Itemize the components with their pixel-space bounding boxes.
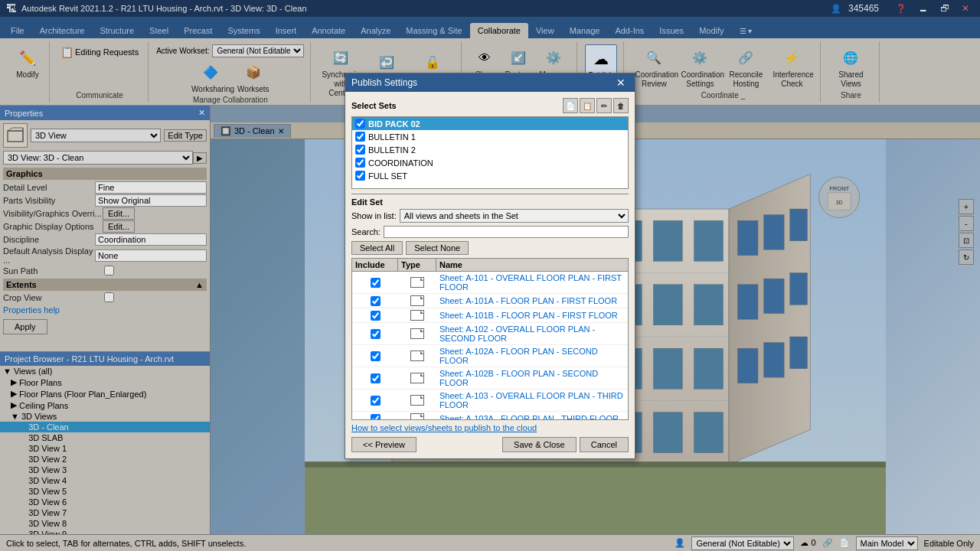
select-buttons: Select All Select None <box>351 241 629 255</box>
sheet-icon-1 <box>410 295 424 306</box>
select-none-button[interactable]: Select None <box>406 241 469 255</box>
sheet-checkbox-2[interactable] <box>371 311 381 321</box>
dialog-titlebar: Publish Settings ✕ <box>345 73 635 92</box>
dialog-title: Publish Settings <box>351 77 417 88</box>
sheet-checkbox-1[interactable] <box>371 296 381 306</box>
divider1 <box>351 194 629 194</box>
cancel-button[interactable]: Cancel <box>580 437 629 452</box>
sheet-icon-3 <box>410 328 424 339</box>
sheet-row-7: Sheet: A-103A - FLOOR PLAN - THIRD FLOOR <box>352 412 628 420</box>
search-input[interactable] <box>384 226 629 238</box>
sheet-icon-4 <box>410 350 424 361</box>
set-bid-pack-checkbox[interactable] <box>355 119 365 129</box>
rename-set-button[interactable]: ✏ <box>596 98 612 113</box>
sheet-row-5: Sheet: A-102B - FLOOR PLAN - SECOND FLOO… <box>352 367 628 390</box>
edit-set-label: Edit Set <box>351 197 629 207</box>
sheet-include-6[interactable] <box>352 394 398 407</box>
sheet-type-4 <box>398 349 436 363</box>
sheet-include-7[interactable] <box>352 412 398 421</box>
search-label: Search: <box>351 227 381 236</box>
sheet-row-1: Sheet: A-101A - FLOOR PLAN - FIRST FLOOR <box>352 294 628 308</box>
type-header: Type <box>398 259 436 271</box>
dialog-body: Select Sets 📄 📋 ✏ 🗑 BID PACK 02 BULLETIN… <box>345 92 635 458</box>
set-bulletin2-checkbox[interactable] <box>355 145 365 155</box>
sheets-header: Include Type Name <box>351 258 629 271</box>
sheet-icon-0 <box>410 277 424 288</box>
sheets-list[interactable]: Sheet: A-101 - OVERALL FLOOR PLAN - FIRS… <box>351 271 629 420</box>
sheet-include-0[interactable] <box>352 276 398 289</box>
sheet-checkbox-0[interactable] <box>371 278 381 288</box>
set-full-set-checkbox[interactable] <box>355 171 365 181</box>
delete-set-button[interactable]: 🗑 <box>613 98 629 113</box>
set-bulletin1-checkbox[interactable] <box>355 132 365 142</box>
sheet-name-0[interactable]: Sheet: A-101 - OVERALL FLOOR PLAN - FIRS… <box>436 272 628 293</box>
sheet-name-7[interactable]: Sheet: A-103A - FLOOR PLAN - THIRD FLOOR <box>436 412 628 420</box>
sheet-row-6: Sheet: A-103 - OVERALL FLOOR PLAN - THIR… <box>352 390 628 412</box>
sheet-name-3[interactable]: Sheet: A-102 - OVERALL FLOOR PLAN - SECO… <box>436 323 628 344</box>
set-full-set[interactable]: FULL SET <box>352 169 628 182</box>
dialog-right-buttons: Save & Close Cancel <box>502 437 629 452</box>
name-header: Name <box>436 259 628 271</box>
sets-list[interactable]: BID PACK 02 BULLETIN 1 BULLETIN 2 COORDI… <box>351 116 629 189</box>
sheet-checkbox-4[interactable] <box>371 351 381 361</box>
sheet-row-2: Sheet: A-101B - FLOOR PLAN - FIRST FLOOR <box>352 308 628 323</box>
show-in-list-row: Show in list: All views and sheets in th… <box>351 209 629 223</box>
dialog-overlay: Publish Settings ✕ Select Sets 📄 📋 ✏ 🗑 B… <box>0 0 980 551</box>
sheet-include-4[interactable] <box>352 350 398 363</box>
sheet-checkbox-3[interactable] <box>371 329 381 339</box>
select-all-button[interactable]: Select All <box>351 241 403 255</box>
sheet-icon-7 <box>410 413 424 420</box>
sheet-include-2[interactable] <box>352 309 398 322</box>
sheet-name-2[interactable]: Sheet: A-101B - FLOOR PLAN - FIRST FLOOR <box>436 309 628 321</box>
sheet-include-1[interactable] <box>352 295 398 308</box>
sheet-name-5[interactable]: Sheet: A-102B - FLOOR PLAN - SECOND FLOO… <box>436 367 628 389</box>
sets-toolbar-icons: 📄 📋 ✏ 🗑 <box>563 98 629 113</box>
sheet-icon-2 <box>410 310 424 321</box>
sheet-row-0: Sheet: A-101 - OVERALL FLOOR PLAN - FIRS… <box>352 272 628 294</box>
sheet-type-3 <box>398 327 436 341</box>
dialog-footer: << Preview Save & Close Cancel <box>351 437 629 452</box>
select-sets-label: Select Sets <box>351 101 397 110</box>
save-close-button[interactable]: Save & Close <box>502 437 577 452</box>
preview-button[interactable]: << Preview <box>351 437 416 452</box>
sets-toolbar: Select Sets 📄 📋 ✏ 🗑 <box>351 98 629 113</box>
set-bulletin1[interactable]: BULLETIN 1 <box>352 130 628 143</box>
sheet-checkbox-7[interactable] <box>371 414 381 421</box>
sheet-checkbox-5[interactable] <box>371 373 381 383</box>
set-coordination-checkbox[interactable] <box>355 158 365 168</box>
sheet-row-3: Sheet: A-102 - OVERALL FLOOR PLAN - SECO… <box>352 323 628 345</box>
sheet-type-5 <box>398 371 436 385</box>
sheet-type-6 <box>398 393 436 407</box>
sheet-name-4[interactable]: Sheet: A-102A - FLOOR PLAN - SECOND FLOO… <box>436 345 628 367</box>
sheet-name-6[interactable]: Sheet: A-103 - OVERALL FLOOR PLAN - THIR… <box>436 390 628 411</box>
set-bulletin2[interactable]: BULLETIN 2 <box>352 143 628 156</box>
show-in-list-select[interactable]: All views and sheets in the Set Sheets o… <box>400 209 629 223</box>
sheet-type-7 <box>398 412 436 420</box>
sheet-name-1[interactable]: Sheet: A-101A - FLOOR PLAN - FIRST FLOOR <box>436 295 628 307</box>
copy-set-button[interactable]: 📋 <box>580 98 595 113</box>
set-coordination[interactable]: COORDINATION <box>352 156 628 169</box>
search-row: Search: <box>351 226 629 238</box>
sheet-type-0 <box>398 276 436 289</box>
dialog-close-button[interactable]: ✕ <box>613 77 629 89</box>
sheet-icon-5 <box>410 373 424 383</box>
sheet-type-2 <box>398 308 436 322</box>
set-bid-pack[interactable]: BID PACK 02 <box>352 117 628 130</box>
sheet-include-5[interactable] <box>352 372 398 385</box>
sheet-row-4: Sheet: A-102A - FLOOR PLAN - SECOND FLOO… <box>352 345 628 367</box>
sheet-include-3[interactable] <box>352 328 398 341</box>
show-in-list-label: Show in list: <box>351 211 397 220</box>
sheet-type-1 <box>398 294 436 308</box>
new-set-button[interactable]: 📄 <box>563 98 578 113</box>
sheet-icon-6 <box>410 395 424 406</box>
sheet-checkbox-6[interactable] <box>371 396 381 406</box>
cloud-link[interactable]: How to select views/sheets to publish to… <box>351 423 629 432</box>
include-header: Include <box>352 259 398 271</box>
publish-settings-dialog: Publish Settings ✕ Select Sets 📄 📋 ✏ 🗑 B… <box>345 73 635 459</box>
